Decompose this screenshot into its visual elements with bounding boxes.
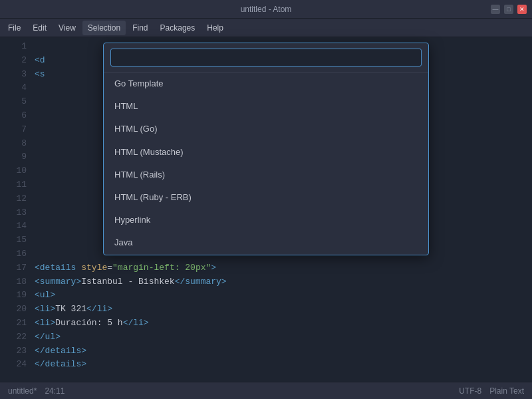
- line-num-2: 2: [0, 54, 27, 68]
- status-grammar[interactable]: Plain Text: [489, 386, 524, 396]
- dropdown-list[interactable]: Go Template HTML HTML (Go) HTML (Mustach…: [104, 72, 428, 255]
- status-filename: untitled*: [8, 386, 37, 396]
- status-position: 24:11: [45, 386, 65, 396]
- maximize-button[interactable]: □: [504, 5, 513, 14]
- line-num-19: 19: [0, 289, 27, 303]
- line-num-12: 12: [0, 192, 27, 206]
- line-num-15: 15: [0, 233, 27, 247]
- menu-selection[interactable]: Selection: [82, 21, 126, 35]
- dropdown-item-html-go[interactable]: HTML (Go): [104, 118, 428, 140]
- line-num-13: 13: [0, 206, 27, 220]
- status-encoding: UTF-8: [459, 386, 481, 396]
- language-search-input[interactable]: [110, 49, 422, 66]
- window-title: untitled - Atom: [241, 5, 292, 14]
- status-right: UTF-8 Plain Text: [459, 386, 524, 396]
- line-numbers: 1 2 3 4 5 6 7 8 9 10 11 12 13 14 15 16 1…: [0, 37, 32, 382]
- line-num-7: 7: [0, 123, 27, 137]
- menu-help[interactable]: Help: [201, 21, 229, 35]
- menu-edit[interactable]: Edit: [27, 21, 52, 35]
- language-dropdown: Go Template HTML HTML (Go) HTML (Mustach…: [103, 43, 429, 255]
- status-bar: untitled* 24:11 UTF-8 Plain Text: [0, 382, 532, 399]
- line-num-16: 16: [0, 247, 27, 261]
- line-num-17: 17: [0, 261, 27, 275]
- code-line-23: </details>: [35, 344, 532, 358]
- code-line-18: <summary>Istanbul - Bishkek</summary>: [35, 275, 532, 289]
- code-line-22: </ul>: [35, 331, 532, 344]
- code-line-19: <ul>: [35, 289, 532, 303]
- menu-packages[interactable]: Packages: [155, 21, 201, 35]
- close-button[interactable]: ✕: [517, 5, 527, 14]
- line-num-22: 22: [0, 331, 27, 344]
- window-controls: — □ ✕: [491, 5, 527, 14]
- menu-bar: File Edit View Selection Find Packages H…: [0, 19, 532, 37]
- line-num-21: 21: [0, 317, 27, 331]
- line-num-3: 3: [0, 68, 27, 82]
- dropdown-item-html-mustache[interactable]: HTML (Mustache): [104, 141, 428, 164]
- menu-file[interactable]: File: [3, 21, 26, 35]
- code-line-20: <li>TK 321</li>: [35, 303, 532, 317]
- line-num-5: 5: [0, 95, 27, 109]
- editor-area: 1 2 3 4 5 6 7 8 9 10 11 12 13 14 15 16 1…: [0, 37, 532, 382]
- line-num-18: 18: [0, 275, 27, 289]
- line-num-1: 1: [0, 40, 27, 54]
- dropdown-item-java[interactable]: Java: [104, 231, 428, 254]
- line-num-10: 10: [0, 164, 27, 178]
- title-bar: untitled - Atom — □ ✕: [0, 0, 532, 19]
- line-num-4: 4: [0, 81, 27, 95]
- line-num-24: 24: [0, 358, 27, 372]
- minimize-button[interactable]: —: [491, 5, 500, 14]
- menu-find[interactable]: Find: [127, 21, 153, 35]
- dropdown-item-hyperlink[interactable]: Hyperlink: [104, 209, 428, 231]
- code-line-17: <details style="margin-left: 20px">: [35, 261, 532, 275]
- line-num-8: 8: [0, 137, 27, 151]
- line-num-23: 23: [0, 344, 27, 358]
- code-line-21: <li>Duración: 5 h</li>: [35, 317, 532, 331]
- line-num-9: 9: [0, 150, 27, 164]
- status-left: untitled* 24:11: [8, 386, 65, 396]
- dropdown-item-html[interactable]: HTML: [104, 95, 428, 118]
- line-num-20: 20: [0, 303, 27, 317]
- menu-view[interactable]: View: [53, 21, 81, 35]
- line-num-6: 6: [0, 109, 27, 123]
- line-num-14: 14: [0, 219, 27, 233]
- code-line-24: </details>: [35, 358, 532, 372]
- search-wrapper: [104, 43, 428, 72]
- line-num-11: 11: [0, 178, 27, 192]
- dropdown-item-html-ruby-erb[interactable]: HTML (Ruby - ERB): [104, 186, 428, 209]
- dropdown-item-html-rails[interactable]: HTML (Rails): [104, 164, 428, 186]
- dropdown-item-go-template[interactable]: Go Template: [104, 72, 428, 95]
